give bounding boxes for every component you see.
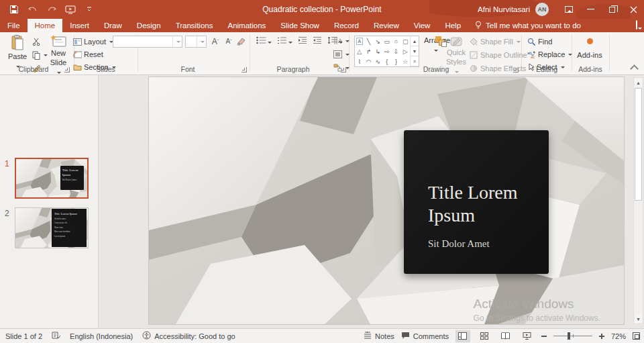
scroll-up-icon[interactable]: ▲ [635, 79, 642, 87]
layout-button[interactable]: Layout [71, 36, 117, 47]
shape-elbow-connector-icon[interactable]: ↱ [364, 46, 374, 56]
slide-canvas[interactable]: Title Lorem Ipsum Sit Dolor Amet [149, 77, 624, 324]
shape-curve-icon[interactable]: ∿ [373, 56, 382, 66]
arrange-button[interactable]: Arrange [424, 36, 447, 54]
tab-view[interactable]: View [407, 19, 438, 32]
align-text-icon[interactable] [332, 49, 351, 60]
cut-icon[interactable] [31, 36, 49, 47]
drawing-dialog-launcher[interactable] [513, 67, 519, 72]
fit-slide-to-window-icon[interactable] [633, 332, 640, 340]
shape-left-brace-icon[interactable]: { [382, 56, 392, 66]
avatar[interactable]: AN [535, 3, 549, 16]
vertical-scrollbar[interactable]: ▲ ▼ [633, 77, 643, 324]
grow-font-button[interactable]: Aˆ [210, 36, 221, 47]
text-direction-icon[interactable]: A [332, 36, 351, 46]
font-dialog-launcher[interactable] [241, 67, 247, 72]
tab-animations[interactable]: Animations [220, 19, 273, 32]
minimize-button[interactable] [580, 0, 601, 19]
shape-arc-icon[interactable]: ◠ [364, 56, 374, 66]
reset-button[interactable]: Reset [71, 49, 117, 60]
ribbon-display-options-icon[interactable] [558, 0, 580, 19]
bullets-icon[interactable] [256, 36, 272, 46]
new-slide-button[interactable]: New Slide [47, 35, 70, 77]
slide1-thumbnail[interactable]: Title Lorem Ipsum Sit Dolor Amet [15, 158, 89, 199]
spell-check-icon[interactable] [52, 331, 60, 341]
shapes-scroll-down-icon[interactable]: ▼ [411, 46, 419, 56]
tab-file[interactable]: File [0, 19, 28, 32]
tab-record[interactable]: Record [327, 19, 366, 32]
copy-icon[interactable] [31, 50, 49, 60]
shape-callout-icon[interactable]: ▷ [400, 46, 410, 56]
scroll-down-icon[interactable]: ▼ [635, 315, 642, 323]
decrease-indent-icon[interactable] [298, 36, 307, 46]
undo-icon[interactable] [25, 2, 40, 17]
restore-button[interactable] [601, 0, 623, 19]
font-size-combo[interactable] [185, 36, 207, 48]
tab-help[interactable]: Help [437, 19, 468, 32]
slides-group-label: Slides [77, 65, 134, 73]
addins-group-label: Add-ins [574, 65, 606, 73]
collapse-ribbon-icon[interactable] [630, 64, 639, 73]
slide-indicator[interactable]: Slide 1 of 2 [5, 332, 42, 340]
shape-line-icon[interactable]: ╲ [364, 36, 374, 46]
slide-editor-area: Title Lorem Ipsum Sit Dolor Amet Activat… [99, 75, 644, 328]
normal-view-button[interactable] [455, 330, 470, 342]
slide-show-button[interactable] [520, 330, 535, 342]
accessibility-indicator[interactable]: Accessibility: Good to go [142, 331, 235, 341]
clear-formatting-icon[interactable] [236, 36, 247, 47]
paragraph-group-label: Paragraph [256, 65, 330, 73]
shape-rectangle-icon[interactable]: ▭ [382, 36, 392, 46]
paste-button[interactable]: Paste [5, 35, 30, 70]
find-button[interactable]: Find [526, 36, 574, 47]
font-name-combo[interactable] [113, 36, 182, 48]
reading-view-button[interactable] [498, 330, 513, 342]
zoom-in-icon[interactable] [599, 334, 604, 339]
paragraph-dialog-launcher[interactable] [341, 67, 346, 72]
shape-right-arrow-icon[interactable]: ⇨ [382, 46, 392, 56]
shapes-scroll-up-icon[interactable]: ▲ [411, 36, 419, 46]
scrollbar-thumb[interactable] [635, 88, 642, 201]
zoom-slider-handle[interactable] [568, 332, 570, 340]
start-from-beginning-icon[interactable] [63, 2, 78, 17]
tab-design[interactable]: Design [129, 19, 168, 32]
shape-elbow-arrow-icon[interactable]: ↳ [373, 46, 382, 56]
slide-sorter-view-button[interactable] [477, 330, 492, 342]
shape-arrow-icon[interactable]: ↘ [373, 36, 382, 46]
powerpoint-window: Quadratic collection - PowerPoint Afni N… [0, 0, 644, 343]
increase-indent-icon[interactable] [313, 36, 322, 46]
tab-insert[interactable]: Insert [62, 19, 97, 32]
slide-subtitle: Sit Dolor Amet [428, 238, 549, 250]
editing-group-label: Editing [525, 65, 569, 73]
tab-slide-show[interactable]: Slide Show [273, 19, 327, 32]
shape-oval-icon[interactable]: ○ [392, 36, 401, 46]
tab-draw[interactable]: Draw [97, 19, 129, 32]
slide-title-box[interactable]: Title Lorem Ipsum Sit Dolor Amet [404, 130, 549, 274]
zoom-out-icon[interactable] [541, 336, 547, 337]
tab-review[interactable]: Review [366, 19, 407, 32]
close-button[interactable] [623, 0, 644, 19]
language-indicator[interactable]: English (Indonesia) [70, 332, 133, 340]
shape-triangle-icon[interactable]: △ [355, 46, 364, 56]
shape-freeform-icon[interactable]: ⌇ [355, 56, 364, 66]
shape-rounded-rectangle-icon[interactable]: ▢ [400, 36, 410, 46]
shapes-gallery[interactable]: A ╲ ↘ ▭ ○ ▢ △ ↱ ↳ ⇨ ⇩ ▷ ⌇ ◠ ∿ { } ☆ ▲ [354, 36, 419, 67]
customize-qat-icon[interactable] [82, 2, 97, 17]
shape-down-arrow-icon[interactable]: ⇩ [392, 46, 401, 56]
slide2-thumbnail[interactable]: Title Lorem Ipsum Sit dolor amet Consect… [15, 207, 89, 248]
comments-icon[interactable] [636, 21, 637, 29]
replace-button[interactable]: abacReplace [526, 49, 574, 60]
zoom-level[interactable]: 72% [611, 332, 626, 340]
shape-text-box-icon[interactable]: A [356, 38, 363, 45]
tell-me-box[interactable]: Tell me what you want to do [468, 19, 581, 32]
user-name[interactable]: Afni Nurvitasari [478, 5, 530, 13]
redo-icon[interactable] [44, 2, 59, 17]
save-icon[interactable] [7, 2, 21, 17]
add-ins-button[interactable]: Add-ins [573, 38, 606, 60]
tab-transitions[interactable]: Transitions [168, 19, 221, 32]
notes-button[interactable]: Notes [364, 332, 394, 340]
comments-button[interactable]: Comments [401, 332, 449, 341]
numbering-icon[interactable] [277, 36, 292, 46]
shrink-font-button[interactable]: Aˇ [223, 36, 234, 47]
zoom-slider[interactable] [553, 336, 592, 336]
tab-home[interactable]: Home [28, 19, 63, 32]
